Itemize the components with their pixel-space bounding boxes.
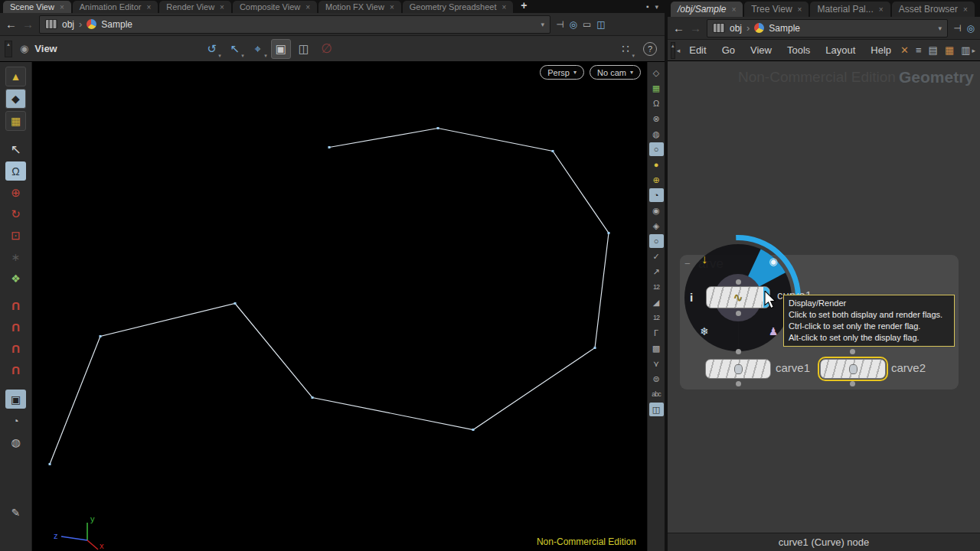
menu-layout[interactable]: Layout <box>818 44 863 56</box>
curve-node[interactable]: ∿ <box>706 286 770 308</box>
tools-crossed-icon[interactable]: ✕ <box>900 44 909 56</box>
area-zoom-icon[interactable]: ◫ <box>294 39 314 59</box>
forward-button[interactable]: → <box>22 18 34 31</box>
curve-node-output-dot[interactable] <box>736 311 741 316</box>
new-tab-button[interactable]: + <box>976 3 980 17</box>
move-tool-icon[interactable]: ⊕ <box>5 183 26 202</box>
snap-curve-icon[interactable]: U <box>5 318 26 337</box>
prim-numbers-icon[interactable]: 12 <box>649 311 664 324</box>
text-overlay-icon[interactable]: abc <box>649 387 664 401</box>
tab-close-icon[interactable]: × <box>501 3 506 11</box>
snap-toggle-icon[interactable]: U <box>5 361 26 380</box>
add-headlight-icon[interactable]: ⊕ <box>649 173 664 187</box>
path-dropdown-icon[interactable]: ▾ <box>541 21 544 28</box>
camera-menu-button[interactable]: No cam ▾ <box>590 65 641 80</box>
visualizers-icon[interactable]: ◉ <box>649 204 664 217</box>
tab-animation-editor[interactable]: Animation Editor × <box>73 1 158 13</box>
outline-view-icon[interactable]: ▥ <box>961 44 970 56</box>
breadcrumb-root[interactable]: obj <box>62 19 74 30</box>
prim-normals-icon[interactable]: ◢ <box>649 295 664 309</box>
new-tab-button[interactable]: + <box>514 0 533 13</box>
breadcrumb-node[interactable]: Sample <box>769 23 800 34</box>
model-primitives-icon[interactable]: ▲ <box>5 67 26 86</box>
handles-display-icon[interactable]: ▩ <box>649 341 664 355</box>
normal-lighting-icon[interactable]: ○ <box>649 142 664 156</box>
tab-close-icon[interactable]: × <box>731 5 736 14</box>
projection-menu-button[interactable]: Persp ▾ <box>540 65 584 80</box>
tab-geometry-spreadsheet[interactable]: Geometry Spreadsheet × <box>403 1 514 13</box>
tab-render-view[interactable]: Render View × <box>159 1 231 13</box>
carve1-input-dot[interactable] <box>736 349 741 354</box>
display-render-flag-icon[interactable]: ◉ <box>766 253 781 269</box>
hq-lighting-icon[interactable]: ● <box>649 158 664 171</box>
breadcrumb[interactable]: obj › Sample ▾ <box>707 19 948 37</box>
tab-close-icon[interactable]: × <box>60 3 64 11</box>
bypass-flag-icon[interactable]: ❄ <box>697 324 712 339</box>
breadcrumb-node[interactable]: Sample <box>101 19 132 30</box>
input-flag-icon[interactable]: ↓ <box>697 252 712 267</box>
tab-close-icon[interactable]: × <box>305 3 310 11</box>
carve2-input-dot[interactable] <box>850 349 855 354</box>
help-icon[interactable]: ? <box>643 42 657 56</box>
view-camera-icon[interactable]: ⌖ ▾ <box>248 39 268 59</box>
tab-obj-sample[interactable]: /obj/Sample × <box>671 2 743 17</box>
headlight-lamp-icon[interactable]: ◍ <box>5 432 26 452</box>
pane-grip[interactable]: ▴ <box>5 41 12 57</box>
info-flag-icon[interactable]: i <box>684 289 699 305</box>
path-dropdown-icon[interactable]: ▾ <box>939 24 942 32</box>
curve-node-input-dot[interactable] <box>736 279 741 285</box>
menu-scroll-left-icon[interactable]: ◂ <box>675 47 682 54</box>
menu-view[interactable]: View <box>743 44 779 56</box>
tab-scene-view[interactable]: Scene View × <box>3 1 71 13</box>
pose-tool-icon[interactable]: ∗ <box>5 247 26 266</box>
tab-material-palette[interactable]: Material Pal... × <box>810 2 890 17</box>
group-list-icon[interactable]: ⊜ <box>649 372 664 386</box>
follow-selection-icon[interactable]: ◎ <box>967 23 975 34</box>
point-trails-icon[interactable]: ↗ <box>649 265 664 279</box>
list-view-icon[interactable]: ▤ <box>929 44 938 56</box>
takes-notes-icon[interactable]: ✎ <box>5 503 26 522</box>
forward-button[interactable]: → <box>690 21 701 34</box>
floating-pane-icon[interactable]: ▭ <box>583 19 591 30</box>
scale-tool-icon[interactable]: ⊡ <box>5 226 26 245</box>
grid-display-icon[interactable]: ▦ <box>649 81 664 95</box>
tab-close-icon[interactable]: × <box>879 5 884 14</box>
point-normals-icon[interactable]: ✓ <box>649 249 664 263</box>
tab-close-icon[interactable]: × <box>798 5 802 14</box>
snapshot-disabled-icon[interactable]: ∅ <box>317 39 337 59</box>
menu-tools[interactable]: Tools <box>779 44 818 56</box>
view-mode-icon[interactable]: ◉ <box>20 43 28 54</box>
view-mask-icon[interactable]: ◔ <box>5 411 26 430</box>
tab-composite-view[interactable]: Composite View × <box>233 1 317 13</box>
split-pane-icon[interactable]: ◫ <box>596 19 605 30</box>
pin-pane-icon[interactable]: ⊣ <box>953 23 961 34</box>
menu-go[interactable]: Go <box>714 44 743 56</box>
carve2-output-dot[interactable] <box>850 381 855 386</box>
tab-close-icon[interactable]: × <box>146 3 151 11</box>
carve2-node[interactable] <box>820 359 886 379</box>
menu-scroll-right-icon[interactable]: ▸ <box>970 47 977 54</box>
scene-viewport[interactable]: Persp ▾ No cam ▾ y z x Non-Commercial Ed… <box>32 62 647 551</box>
vector-display-icon[interactable]: ⋎ <box>649 357 664 370</box>
breadcrumb-root[interactable]: obj <box>730 23 742 34</box>
carve2-node-label[interactable]: carve2 <box>891 361 926 374</box>
pin-pane-icon[interactable]: ⊣ <box>556 19 564 30</box>
tab-close-icon[interactable]: × <box>963 5 968 14</box>
network-canvas[interactable]: Non-Commercial Edition Geometry − arve ↓… <box>668 61 980 533</box>
follow-selection-icon[interactable]: ◎ <box>569 19 577 30</box>
carve1-output-dot[interactable] <box>736 381 741 386</box>
carve1-node-label[interactable]: carve1 <box>776 361 810 374</box>
viewport-camera-icon[interactable]: ▣ <box>5 390 26 409</box>
carve1-node[interactable] <box>705 359 771 379</box>
tab-close-icon[interactable]: × <box>390 3 394 11</box>
point-numbers-icon[interactable]: 12 <box>649 280 664 294</box>
volumes-tool-icon[interactable]: ▦ <box>5 111 26 131</box>
menu-edit[interactable]: Edit <box>681 44 714 56</box>
tab-motion-fx-view[interactable]: Motion FX View × <box>318 1 401 13</box>
ghost-objects-icon[interactable]: ◈ <box>649 219 664 233</box>
menu-help[interactable]: Help <box>863 44 899 56</box>
maximize-pane-icon[interactable]: ▪ <box>646 2 649 11</box>
tab-asset-browser[interactable]: Asset Browser × <box>892 2 975 17</box>
view-mode-label[interactable]: View <box>34 43 57 54</box>
color-palette-icon[interactable]: ▦ <box>945 44 954 56</box>
